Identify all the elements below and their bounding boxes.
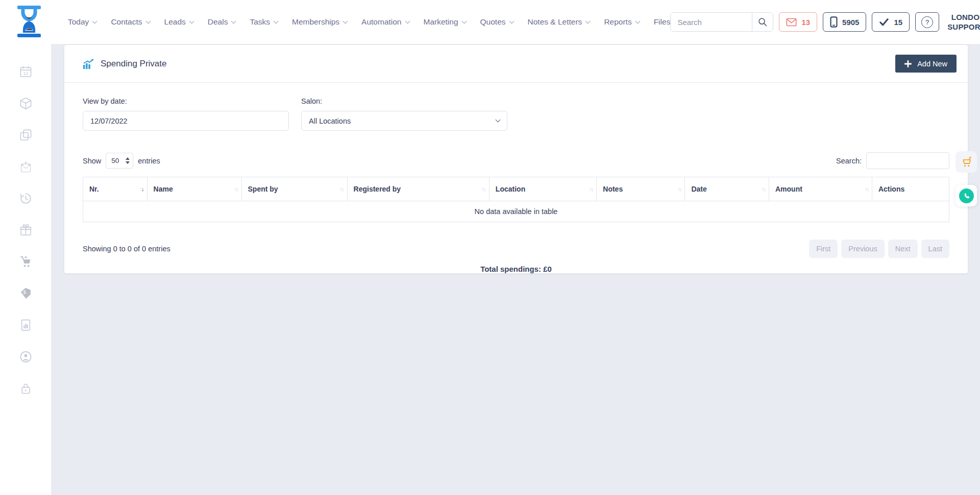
column-header-amount[interactable]: Amount↑↓ xyxy=(769,177,872,201)
column-header-date[interactable]: Date↑↓ xyxy=(685,177,769,201)
help-button[interactable]: ? xyxy=(915,12,939,32)
column-header-location[interactable]: Location↑↓ xyxy=(489,177,596,201)
envelope-icon xyxy=(786,18,797,27)
phone-badge[interactable]: 5905 xyxy=(823,12,866,32)
user-name[interactable]: LONDON SUPPORT xyxy=(947,12,980,32)
phone-circle xyxy=(959,188,974,203)
column-header-spent-by[interactable]: Spent by↑↓ xyxy=(241,177,347,201)
chevron-down-icon xyxy=(231,18,236,23)
menu-item-tasks[interactable]: Tasks xyxy=(250,17,278,27)
card-body: View by date: Salon: All Locations Show xyxy=(64,83,968,273)
menu-item-memberships[interactable]: Memberships xyxy=(292,17,347,27)
history-icon xyxy=(19,192,33,205)
pagination-next-button[interactable]: Next xyxy=(888,240,918,258)
phone-icon xyxy=(963,192,970,200)
menu-label: Deals xyxy=(208,17,228,27)
chevron-down-icon xyxy=(145,18,151,23)
global-search-input[interactable] xyxy=(671,13,752,31)
spending-table: Nr.↑↓ Name↑↓ Spent by↑↓ Registered by↑↓ … xyxy=(83,177,949,222)
chevron-down-icon xyxy=(274,18,279,23)
filters-row: View by date: Salon: All Locations xyxy=(83,97,949,131)
menu-label: Tasks xyxy=(250,17,270,27)
floating-phone-button[interactable] xyxy=(955,185,977,206)
date-input[interactable] xyxy=(83,111,289,131)
pagination-last-button[interactable]: Last xyxy=(921,240,949,258)
table-footer: Showing 0 to 0 of 0 entries First Previo… xyxy=(83,240,949,258)
sidebar-item-cart[interactable] xyxy=(15,251,36,272)
menu-item-leads[interactable]: Leads xyxy=(164,17,193,27)
sidebar-item-register[interactable] xyxy=(15,156,36,177)
entries-label: entries xyxy=(138,157,160,165)
calendar-icon: 12 xyxy=(19,65,33,79)
table-search-label: Search: xyxy=(836,157,862,165)
sidebar-item-reports[interactable] xyxy=(15,315,36,335)
column-label: Nr. xyxy=(89,185,99,193)
pagination-previous-button[interactable]: Previous xyxy=(841,240,884,258)
spending-card: Spending Private Add New View by date: S… xyxy=(64,45,968,273)
app-logo-hourglass-icon[interactable] xyxy=(13,4,45,40)
menu-item-notes-letters[interactable]: Notes & Letters xyxy=(528,17,590,27)
sort-icon: ↑↓ xyxy=(589,186,593,192)
column-label: Notes xyxy=(603,185,623,193)
register-bag-icon xyxy=(19,160,33,174)
show-label: Show xyxy=(83,157,101,165)
add-new-button[interactable]: Add New xyxy=(895,55,957,73)
support-user-icon xyxy=(19,350,33,364)
global-search xyxy=(670,12,773,32)
svg-text:$: $ xyxy=(23,289,26,295)
menu-item-marketing[interactable]: Marketing xyxy=(424,17,466,27)
tasks-badge[interactable]: 15 xyxy=(872,12,910,32)
menu-item-contacts[interactable]: Contacts xyxy=(111,17,150,27)
salon-filter-label: Salon: xyxy=(301,97,507,105)
floating-cart-button[interactable] xyxy=(955,151,977,173)
sidebar-item-private[interactable] xyxy=(15,378,36,398)
search-button[interactable] xyxy=(752,13,773,31)
search-icon xyxy=(757,17,768,27)
column-header-name[interactable]: Name↑↓ xyxy=(147,177,241,201)
column-header-registered-by[interactable]: Registered by↑↓ xyxy=(347,177,489,201)
messages-badge[interactable]: 13 xyxy=(779,12,817,32)
tasks-count: 15 xyxy=(894,18,902,27)
sidebar-item-calendar[interactable]: 12 xyxy=(15,61,36,82)
sidebar-item-copy[interactable] xyxy=(15,125,36,145)
check-icon xyxy=(879,17,889,27)
lock-icon xyxy=(19,382,33,395)
sidebar-item-support[interactable] xyxy=(15,346,36,367)
table-search-input[interactable] xyxy=(866,152,949,169)
column-label: Spent by xyxy=(248,185,278,193)
menu-item-quotes[interactable]: Quotes xyxy=(480,17,513,27)
sidebar-item-pricing[interactable]: $ xyxy=(15,283,36,303)
menu-item-today[interactable]: Today xyxy=(68,17,96,27)
date-filter-label: View by date: xyxy=(83,97,289,105)
main-content: Spending Private Add New View by date: S… xyxy=(51,44,980,495)
sidebar-item-gift[interactable] xyxy=(15,220,36,240)
column-header-nr[interactable]: Nr.↑↓ xyxy=(83,177,148,201)
page-size-select[interactable]: 50 xyxy=(106,153,133,169)
menu-label: Files xyxy=(654,17,671,27)
plus-icon xyxy=(904,60,912,67)
menu-label: Memberships xyxy=(292,17,339,27)
menu-item-reports[interactable]: Reports xyxy=(604,17,639,27)
copy-icon xyxy=(19,128,33,142)
cart-icon xyxy=(19,255,33,269)
sort-icon: ↑↓ xyxy=(340,186,344,192)
question-icon: ? xyxy=(921,16,933,28)
price-tag-icon: $ xyxy=(19,287,33,300)
sidebar-item-history[interactable] xyxy=(15,188,36,208)
menu-item-automation[interactable]: Automation xyxy=(361,17,409,27)
menu-label: Automation xyxy=(361,17,401,27)
empty-row: No data available in table xyxy=(83,201,949,222)
user-name-line1: LONDON xyxy=(947,12,980,22)
add-new-label: Add New xyxy=(917,60,947,68)
menu-item-deals[interactable]: Deals xyxy=(208,17,236,27)
sort-icon: ↑↓ xyxy=(140,186,143,192)
pagination-first-button[interactable]: First xyxy=(809,240,838,258)
column-header-notes[interactable]: Notes↑↓ xyxy=(597,177,685,201)
sidebar-item-products[interactable] xyxy=(15,93,36,113)
table-search: Search: xyxy=(836,152,949,169)
salon-select[interactable]: All Locations xyxy=(301,111,507,131)
chevron-down-icon xyxy=(405,18,410,23)
salon-select-wrap: All Locations xyxy=(301,111,507,131)
column-label: Registered by xyxy=(354,185,401,193)
menu-item-files[interactable]: Files xyxy=(654,17,671,27)
